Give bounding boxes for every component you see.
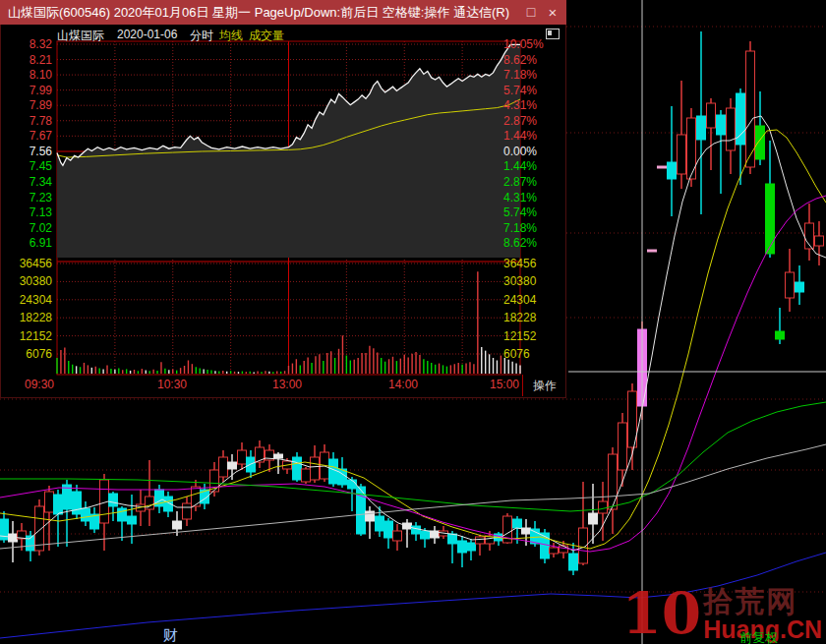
price-axis-label: 7.45 (3, 160, 52, 172)
percent-axis-label: 2.87% (500, 115, 566, 127)
close-button[interactable]: × (543, 0, 562, 25)
percent-axis-label: 1.44% (500, 130, 566, 142)
price-axis-label: 7.78 (3, 115, 52, 127)
volume-axis-label: 18228 (3, 312, 52, 323)
percent-axis-label: 5.74% (500, 206, 566, 218)
percent-axis-label: 4.31% (500, 192, 566, 204)
volume-axis-label: 24304 (500, 294, 566, 306)
watermark-logo: 10 (621, 587, 701, 640)
tab-chengjiaoliang[interactable]: 成交量 (249, 28, 284, 44)
volume-axis-label: 30380 (3, 275, 52, 287)
price-axis-label: 7.23 (3, 192, 52, 204)
volume-axis-label: 24304 (3, 294, 52, 306)
price-axis-label: 7.89 (3, 99, 52, 111)
percent-axis-label: 2.87% (500, 176, 566, 188)
volume-axis-label: 12152 (500, 330, 566, 342)
volume-axis-label: 6076 (500, 348, 566, 360)
watermark-site-name: 拾荒网 (703, 587, 822, 616)
volume-axis-label: 30380 (500, 275, 566, 287)
action-button[interactable]: 操作 (522, 375, 566, 396)
percent-axis-label: 7.18% (500, 69, 566, 81)
percent-axis-label: 8.62% (500, 237, 566, 249)
percent-axis-label: 7.18% (500, 222, 566, 234)
percent-axis-label: 0.00% (500, 146, 566, 157)
time-axis-label: 14:00 (388, 378, 418, 391)
volume-axis-label: 18228 (500, 312, 566, 323)
price-axis-label: 7.56 (3, 146, 52, 157)
time-axis-label: 15:00 (490, 378, 519, 391)
tab-junxian[interactable]: 均线 (219, 28, 243, 44)
price-axis-label: 8.32 (3, 38, 52, 50)
volume-axis-label: 12152 (3, 330, 52, 342)
volume-axis-label: 36456 (500, 258, 566, 269)
time-axis-label: 09:30 (25, 378, 54, 391)
stock-name: 山煤国际 (57, 28, 104, 44)
price-axis-label: 7.02 (3, 222, 52, 234)
intraday-chart-panel[interactable]: 山煤国际 2020-01-06 分时 均线 成交量 8.328.218.107.… (0, 25, 566, 398)
chart-date: 2020-01-06 (117, 28, 177, 41)
percent-axis-label: 1.44% (500, 160, 566, 172)
time-axis-label: 13:00 (272, 378, 302, 391)
price-axis-label: 7.13 (3, 206, 52, 218)
price-axis-label: 7.34 (3, 176, 52, 188)
window-titlebar[interactable]: 山煤国际(600546) 2020年01月06日 星期一 PageUp/Down… (0, 0, 566, 25)
percent-axis-label: 4.31% (500, 99, 566, 111)
window-title: 山煤国际(600546) 2020年01月06日 星期一 PageUp/Down… (8, 0, 509, 25)
price-axis-label: 8.21 (3, 54, 52, 66)
tab-fenshi[interactable]: 分时 (190, 28, 213, 44)
intraday-window: 山煤国际(600546) 2020年01月06日 星期一 PageUp/Down… (0, 0, 566, 398)
time-axis-label: 10:30 (157, 378, 187, 391)
watermark: 10 拾荒网 Huang.CN (621, 587, 822, 642)
price-axis-label: 8.10 (3, 69, 52, 81)
minimize-button[interactable]: □ (521, 0, 541, 25)
price-axis-label: 7.99 (3, 85, 52, 96)
intraday-chart[interactable] (1, 25, 565, 397)
price-adjust-label: 前复权 (739, 629, 778, 644)
percent-axis-label: 8.62% (500, 54, 566, 66)
bottom-left-text: 财 (163, 626, 178, 644)
volume-axis-label: 36456 (3, 258, 52, 269)
price-axis-label: 7.67 (3, 130, 52, 142)
price-axis-label: 6.91 (3, 237, 52, 249)
tdx-app: { "window": { "title": "山煤国际(600546) 202… (0, 0, 826, 644)
percent-axis-label: 10.05% (500, 38, 566, 50)
percent-axis-label: 5.74% (500, 85, 566, 96)
volume-axis-label: 6076 (3, 348, 52, 360)
